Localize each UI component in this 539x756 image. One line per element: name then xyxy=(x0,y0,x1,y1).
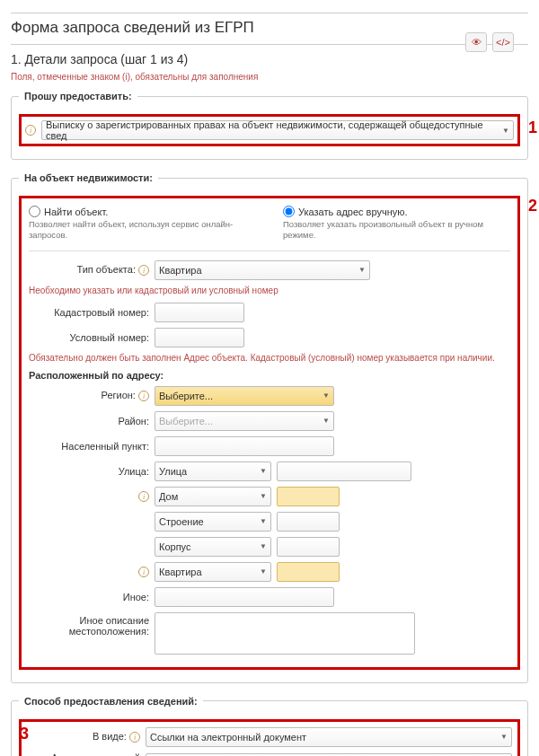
chevron-down-icon: ▼ xyxy=(502,127,509,135)
street-type-select[interactable]: Улица▼ xyxy=(155,462,271,481)
other-input[interactable] xyxy=(155,587,334,607)
other-desc-textarea[interactable] xyxy=(155,612,415,655)
callout-2: 2 xyxy=(528,197,537,215)
warn-addr-required: Обязательно должен быть заполнен Адрес о… xyxy=(29,353,510,363)
info-icon: i xyxy=(25,125,36,136)
house-input[interactable] xyxy=(277,487,340,506)
required-note: Поля, отмеченные знаком (i), обязательны… xyxy=(11,72,528,82)
radio-find[interactable]: Найти объект. xyxy=(29,206,256,217)
locality-input[interactable] xyxy=(155,436,334,456)
building-input[interactable] xyxy=(277,512,340,532)
code-icon[interactable]: </> xyxy=(492,32,514,52)
cadastral-input[interactable] xyxy=(155,303,244,322)
house-select[interactable]: Дом▼ xyxy=(155,487,271,506)
fs-object-legend: На объект недвижимости: xyxy=(19,172,158,183)
apartment-select[interactable]: Квартира▼ xyxy=(155,562,271,582)
region-select[interactable]: Выберите...▼ xyxy=(155,386,334,406)
address-heading: Расположенный по адресу: xyxy=(29,370,510,381)
object-type-select[interactable]: Квартира▼ xyxy=(155,260,370,280)
callout-1: 1 xyxy=(528,119,537,137)
fs-delivery-legend: Способ предоставления сведений: xyxy=(19,696,203,707)
view-icon[interactable]: 👁 xyxy=(465,32,487,52)
fs-object: На объект недвижимости: 2 Найти объект. … xyxy=(11,172,528,683)
corpus-select[interactable]: Корпус▼ xyxy=(155,537,271,557)
fs-provide: Прошу предоставить: 1 i Выписку о зареги… xyxy=(11,91,528,160)
step-heading: 1. Детали запроса (шаг 1 из 4) xyxy=(11,52,528,66)
callout-3: 3 xyxy=(20,725,29,743)
radio-manual[interactable]: Указать адрес вручную. xyxy=(283,206,510,217)
district-select[interactable]: Выберите...▼ xyxy=(155,411,334,431)
building-select[interactable]: Строение▼ xyxy=(155,512,271,532)
warn-cad-or-cond: Необходимо указать или кадастровый или у… xyxy=(29,286,510,295)
doc-type-select[interactable]: Выписку о зарегистрированных правах на о… xyxy=(41,120,514,140)
fs-delivery: Способ предоставления сведений: 3 В виде… xyxy=(11,696,528,756)
fs-provide-legend: Прошу предоставить: xyxy=(19,91,137,101)
delivery-form-select[interactable]: Ссылки на электронный документ▼ xyxy=(146,727,512,747)
street-input[interactable] xyxy=(277,462,411,481)
conditional-input[interactable] xyxy=(155,328,244,347)
page-title: Форма запроса сведений из ЕГРП xyxy=(11,19,528,37)
corpus-input[interactable] xyxy=(277,537,340,557)
apartment-input[interactable] xyxy=(277,562,340,582)
